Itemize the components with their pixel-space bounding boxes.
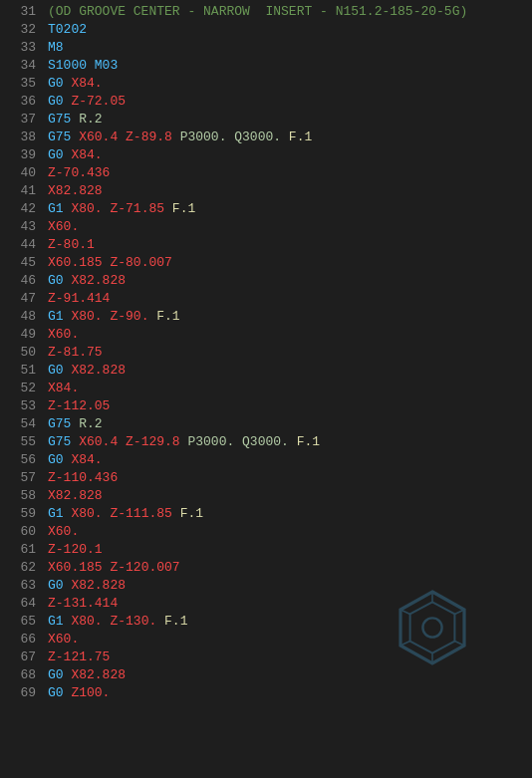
- line-number: 45: [8, 255, 36, 270]
- code-line: 38G75 X60.4 Z-89.8 P3000. Q3000. F.1: [0, 130, 532, 147]
- token: X84.: [71, 147, 102, 162]
- token: Z-130.: [110, 614, 164, 629]
- token: X84.: [71, 452, 102, 467]
- token: Z-121.75: [48, 649, 110, 664]
- line-content: G0 X84.: [48, 452, 524, 467]
- code-line: 32T0202: [0, 22, 532, 40]
- line-number: 32: [8, 22, 36, 37]
- code-line: 46G0 X82.828: [0, 273, 532, 291]
- line-number: 37: [8, 112, 36, 127]
- line-number: 43: [8, 219, 36, 234]
- token: Z-131.414: [48, 596, 118, 611]
- code-line: 51G0 X82.828: [0, 363, 532, 381]
- token: Z-129.8: [126, 434, 187, 449]
- line-content: S1000 M03: [48, 58, 524, 73]
- token: X82.828: [48, 183, 103, 198]
- watermark-logo: [393, 588, 472, 667]
- token: X82.828: [71, 363, 126, 378]
- line-number: 67: [8, 649, 36, 664]
- token: (OD GROOVE CENTER - NARROW INSERT - N151…: [48, 4, 467, 19]
- token: G1: [48, 506, 71, 521]
- line-number: 50: [8, 345, 36, 360]
- token: G0: [48, 578, 71, 593]
- line-content: Z-91.414: [48, 291, 524, 306]
- token: Q3000.: [234, 130, 289, 144]
- code-line: 40Z-70.436: [0, 165, 532, 183]
- token: G0: [48, 685, 71, 700]
- line-number: 39: [8, 147, 36, 162]
- code-line: 45X60.185 Z-80.007: [0, 255, 532, 273]
- token: T0202: [48, 22, 87, 37]
- line-content: G0 X82.828: [48, 273, 524, 288]
- token: X60.4: [79, 130, 126, 144]
- token: X60.: [48, 632, 79, 647]
- line-content: G1 X80. Z-111.85 F.1: [48, 506, 524, 521]
- code-line: 41X82.828: [0, 183, 532, 201]
- code-line: 50Z-81.75: [0, 345, 532, 363]
- line-number: 48: [8, 309, 36, 324]
- code-line: 56G0 X84.: [0, 452, 532, 470]
- line-number: 40: [8, 165, 36, 180]
- token: M03: [95, 58, 118, 73]
- token: S1000: [48, 58, 95, 73]
- code-line: 36G0 Z-72.05: [0, 94, 532, 112]
- svg-point-2: [422, 618, 441, 637]
- token: P3000.: [187, 434, 242, 449]
- line-number: 54: [8, 416, 36, 431]
- code-line: 34S1000 M03: [0, 58, 532, 76]
- code-line: 48G1 X80. Z-90. F.1: [0, 309, 532, 327]
- line-content: G0 Z-72.05: [48, 94, 524, 109]
- line-content: G75 R.2: [48, 416, 524, 431]
- line-number: 51: [8, 363, 36, 378]
- token: X84.: [71, 76, 102, 91]
- token: X60.185: [48, 560, 110, 575]
- token: Z100.: [71, 685, 110, 700]
- code-line: 61Z-120.1: [0, 542, 532, 560]
- line-content: X82.828: [48, 183, 524, 198]
- line-number: 31: [8, 4, 36, 19]
- line-number: 53: [8, 398, 36, 413]
- code-editor: 31(OD GROOVE CENTER - NARROW INSERT - N1…: [0, 0, 532, 707]
- line-number: 62: [8, 560, 36, 575]
- line-number: 41: [8, 183, 36, 198]
- code-line: 59G1 X80. Z-111.85 F.1: [0, 506, 532, 524]
- line-content: G0 X84.: [48, 147, 524, 162]
- code-line: 62X60.185 Z-120.007: [0, 560, 532, 578]
- line-content: Z-80.1: [48, 237, 524, 252]
- token: G0: [48, 363, 71, 378]
- token: G75: [48, 112, 79, 127]
- token: Q3000.: [242, 434, 297, 449]
- line-content: X82.828: [48, 488, 524, 503]
- token: X60.4: [79, 434, 126, 449]
- line-number: 65: [8, 614, 36, 629]
- code-line: 37G75 R.2: [0, 112, 532, 130]
- code-line: 58X82.828: [0, 488, 532, 506]
- line-number: 57: [8, 470, 36, 485]
- line-content: X60.185 Z-120.007: [48, 560, 524, 575]
- code-line: 55G75 X60.4 Z-129.8 P3000. Q3000. F.1: [0, 434, 532, 452]
- token: Z-70.436: [48, 165, 110, 180]
- line-number: 55: [8, 434, 36, 449]
- token: Z-80.007: [110, 255, 171, 270]
- line-number: 38: [8, 130, 36, 144]
- line-number: 68: [8, 667, 36, 682]
- token: F.1: [172, 201, 195, 216]
- line-content: G1 X80. Z-71.85 F.1: [48, 201, 524, 216]
- line-content: G75 R.2: [48, 112, 524, 127]
- code-line: 43X60.: [0, 219, 532, 237]
- token: X82.828: [48, 488, 103, 503]
- svg-marker-1: [410, 602, 455, 652]
- token: G0: [48, 452, 71, 467]
- line-number: 60: [8, 524, 36, 539]
- token: X80.: [71, 309, 110, 324]
- line-number: 52: [8, 381, 36, 395]
- line-content: G75 X60.4 Z-89.8 P3000. Q3000. F.1: [48, 130, 524, 144]
- token: X60.185: [48, 255, 110, 270]
- token: P3000.: [180, 130, 235, 144]
- token: X60.: [48, 219, 79, 234]
- token: G75: [48, 434, 79, 449]
- token: F.1: [164, 614, 187, 629]
- line-content: G0 X82.828: [48, 363, 524, 378]
- line-content: G0 Z100.: [48, 685, 524, 700]
- code-line: 52X84.: [0, 381, 532, 398]
